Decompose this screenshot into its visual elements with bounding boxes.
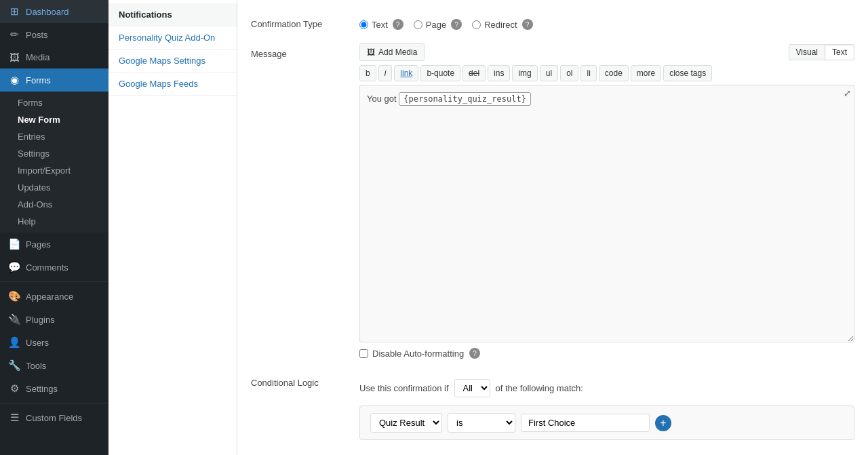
forms-icon: ◉	[8, 74, 20, 86]
submenu-add-ons[interactable]: Add-Ons	[0, 196, 108, 213]
radio-redirect-input[interactable]	[472, 20, 481, 29]
close-tags-button[interactable]: close tags	[663, 65, 712, 81]
sidebar-item-users[interactable]: 👤 Users	[0, 331, 108, 354]
add-media-label: Add Media	[378, 47, 417, 57]
submenu-import-export[interactable]: Import/Export	[0, 162, 108, 179]
ol-button[interactable]: ol	[560, 65, 578, 81]
forms-submenu: Forms New Form Entries Settings Import/E…	[0, 92, 108, 233]
page-help-icon[interactable]: ?	[451, 19, 462, 30]
sidebar-item-label: Users	[26, 338, 49, 348]
sidebar-item-tools[interactable]: 🔧 Tools	[0, 354, 108, 377]
sidebar-item-comments[interactable]: 💬 Comments	[0, 256, 108, 279]
second-sidebar-google-maps-settings[interactable]: Google Maps Settings	[108, 50, 237, 73]
radio-page-label: Page	[426, 20, 446, 30]
radio-redirect[interactable]: Redirect ?	[472, 19, 532, 30]
sidebar-item-custom-fields[interactable]: ☰ Custom Fields	[0, 406, 108, 429]
second-sidebar-google-maps-feeds[interactable]: Google Maps Feeds	[108, 73, 237, 96]
all-select[interactable]: All	[454, 379, 490, 397]
italic-button[interactable]: i	[378, 65, 393, 81]
rule-compare-input[interactable]	[521, 414, 650, 432]
conditional-logic-label: Conditional Logic	[251, 372, 359, 388]
disable-autoformat-label: Disable Auto-formatting	[372, 349, 464, 359]
form-content-area: Confirmation Type Text ? Page ?	[237, 0, 868, 455]
img-button[interactable]: img	[512, 65, 537, 81]
sidebar-item-label: Forms	[26, 75, 51, 85]
fullscreen-button[interactable]: ⤢	[844, 88, 851, 98]
code-button[interactable]: code	[599, 65, 629, 81]
submenu-entries[interactable]: Entries	[0, 128, 108, 145]
sidebar-item-dashboard[interactable]: ⊞ Dashboard	[0, 0, 108, 23]
editor-top-bar: 🖼 Add Media Visual Text	[359, 43, 854, 61]
text-mode-button[interactable]: Text	[825, 44, 854, 60]
posts-icon: ✏	[8, 28, 20, 41]
text-help-icon[interactable]: ?	[393, 19, 403, 30]
sidebar-item-label: Settings	[26, 384, 58, 394]
autoformat-help-icon[interactable]: ?	[469, 348, 480, 359]
radio-text[interactable]: Text ?	[359, 19, 403, 30]
confirmation-type-radio-group: Text ? Page ? Redirect ?	[359, 14, 854, 30]
submenu-updates[interactable]: Updates	[0, 179, 108, 196]
link-button[interactable]: link	[394, 65, 418, 81]
sidebar-item-plugins[interactable]: 🔌 Plugins	[0, 308, 108, 331]
visual-mode-button[interactable]: Visual	[789, 44, 825, 60]
sidebar-item-label: Custom Fields	[26, 413, 82, 423]
more-button[interactable]: more	[631, 65, 661, 81]
appearance-icon: 🎨	[8, 290, 20, 302]
sidebar-item-label: Appearance	[26, 292, 73, 302]
menu-separator-2	[0, 403, 108, 403]
editor-content-box[interactable]: You got {personality_quiz_result}	[359, 85, 854, 342]
message-content: 🖼 Add Media Visual Text b i link b-q	[359, 43, 854, 359]
ul-button[interactable]: ul	[540, 65, 558, 81]
sidebar-item-appearance[interactable]: 🎨 Appearance	[0, 285, 108, 308]
disable-autoformat-row: Disable Auto-formatting ?	[359, 348, 854, 359]
personality-quiz-tag: {personality_quiz_result}	[399, 92, 531, 106]
radio-text-label: Text	[372, 20, 388, 30]
radio-page[interactable]: Page ?	[414, 19, 462, 30]
confirmation-type-row: Confirmation Type Text ? Page ?	[251, 14, 854, 30]
sidebar-item-media[interactable]: 🖼 Media	[0, 46, 108, 68]
plugins-icon: 🔌	[8, 313, 20, 325]
submenu-help[interactable]: Help	[0, 213, 108, 230]
sidebar-item-pages[interactable]: 📄 Pages	[0, 233, 108, 256]
confirmation-type-content: Text ? Page ? Redirect ?	[359, 14, 854, 30]
sidebar-item-label: Tools	[26, 361, 46, 371]
ins-button[interactable]: ins	[488, 65, 510, 81]
submenu-new-form[interactable]: New Form	[0, 111, 108, 128]
li-button[interactable]: li	[580, 65, 596, 81]
radio-page-input[interactable]	[414, 20, 422, 29]
confirmation-type-label: Confirmation Type	[251, 14, 359, 29]
bold-button[interactable]: b	[359, 65, 376, 81]
tools-icon: 🔧	[8, 359, 20, 372]
submenu-forms[interactable]: Forms	[0, 94, 108, 111]
sidebar-item-label: Comments	[26, 262, 68, 273]
wp-sidebar: ⊞ Dashboard ✏ Posts 🖼 Media ◉ Forms Form…	[0, 0, 108, 455]
editor-text: You got {personality_quiz_result}	[367, 92, 847, 106]
rule-field-select[interactable]: Quiz Result	[370, 413, 442, 433]
redirect-help-icon[interactable]: ?	[522, 19, 533, 30]
second-sidebar: Notifications Personality Quiz Add-On Go…	[108, 0, 237, 455]
conditional-logic-content: Use this confirmation if All of the foll…	[359, 379, 854, 440]
sidebar-item-label: Dashboard	[26, 7, 69, 17]
settings-icon: ⚙	[8, 382, 20, 395]
add-rule-button[interactable]: +	[655, 415, 671, 431]
rule-operator-select[interactable]: is	[448, 413, 515, 433]
bquote-button[interactable]: b-quote	[420, 65, 460, 81]
del-button[interactable]: del	[462, 65, 486, 81]
custom-fields-icon: ☰	[8, 412, 20, 424]
submenu-settings[interactable]: Settings	[0, 145, 108, 162]
second-sidebar-personality-quiz[interactable]: Personality Quiz Add-On	[108, 26, 237, 50]
editor-you-got-text: You got	[367, 94, 399, 104]
add-media-button[interactable]: 🖼 Add Media	[359, 43, 425, 61]
add-media-icon: 🖼	[367, 47, 375, 57]
users-icon: 👤	[8, 336, 20, 349]
menu-separator-1	[0, 281, 108, 282]
radio-redirect-label: Redirect	[484, 20, 517, 30]
second-sidebar-notifications[interactable]: Notifications	[108, 3, 237, 26]
main-wrap: Notifications Personality Quiz Add-On Go…	[108, 0, 868, 455]
disable-autoformat-checkbox[interactable]	[359, 349, 368, 358]
sidebar-item-settings[interactable]: ⚙ Settings	[0, 377, 108, 400]
sidebar-item-forms[interactable]: ◉ Forms	[0, 68, 108, 92]
sidebar-item-posts[interactable]: ✏ Posts	[0, 23, 108, 46]
radio-text-input[interactable]	[359, 20, 368, 29]
message-row: Message 🖼 Add Media Visual Text	[251, 43, 854, 359]
